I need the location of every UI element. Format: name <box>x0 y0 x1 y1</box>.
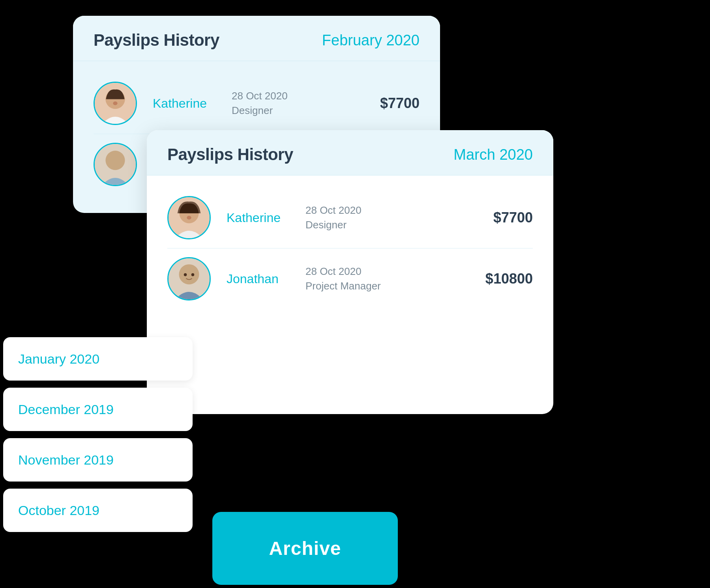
employee-details: 28 Oct 2020 Designer <box>232 90 380 117</box>
table-row: Jonathan 28 Oct 2020 Project Manager $10… <box>167 248 533 309</box>
employee-salary: $7700 <box>380 95 420 112</box>
sidebar-item-october-2019[interactable]: October 2019 <box>3 489 193 532</box>
jonathan-avatar-icon <box>169 257 210 301</box>
table-row: Katherine 28 Oct 2020 Designer $7700 <box>94 73 420 134</box>
card-february-header: Payslips History February 2020 <box>73 16 440 61</box>
card-march-title: Payslips History <box>167 145 293 164</box>
sidebar-item-label: November 2019 <box>18 452 114 468</box>
employee-name: Jonathan <box>227 272 305 286</box>
katherine-avatar-icon <box>95 82 136 125</box>
card-february-month: February 2020 <box>322 32 420 49</box>
archive-button[interactable]: Archive <box>212 512 398 585</box>
table-row: Katherine 28 Oct 2020 Designer $7700 <box>167 187 533 248</box>
avatar <box>94 143 137 186</box>
svg-point-2 <box>113 101 117 105</box>
employee-details: 28 Oct 2020 Designer <box>305 204 493 231</box>
employee-date: 28 Oct 2020 <box>305 204 493 217</box>
svg-point-7 <box>187 216 191 219</box>
employee-role: Designer <box>232 105 380 117</box>
svg-point-4 <box>105 151 125 170</box>
archive-label: Archive <box>269 538 341 559</box>
employee-date: 28 Oct 2020 <box>305 265 485 278</box>
avatar <box>167 257 211 301</box>
employee-salary: $10800 <box>485 271 533 287</box>
sidebar-item-label: December 2019 <box>18 402 114 417</box>
card-march-header: Payslips History March 2020 <box>147 130 553 175</box>
employee-name: Katherine <box>227 211 305 225</box>
svg-point-10 <box>184 273 187 276</box>
employee-role: Designer <box>305 219 493 231</box>
employee-name: Katherine <box>153 96 232 111</box>
employee-salary: $7700 <box>493 209 533 226</box>
employee-role: Project Manager <box>305 280 485 292</box>
employee-details: 28 Oct 2020 Project Manager <box>305 265 485 292</box>
katherine-avatar-icon <box>169 196 210 239</box>
card-march-body: Katherine 28 Oct 2020 Designer $7700 <box>147 175 553 321</box>
sidebar-item-january-2020[interactable]: January 2020 <box>3 337 193 381</box>
employee-date: 28 Oct 2020 <box>232 90 380 102</box>
sidebar-list: January 2020 December 2019 November 2019… <box>3 337 193 532</box>
svg-point-11 <box>191 273 195 276</box>
card-february-title: Payslips History <box>94 31 219 50</box>
sidebar-item-december-2019[interactable]: December 2019 <box>3 388 193 431</box>
sidebar-item-label: January 2020 <box>18 351 99 367</box>
scene: Payslips History February 2020 Katherine <box>0 0 710 588</box>
card-march-month: March 2020 <box>453 146 533 163</box>
avatar <box>167 196 211 239</box>
svg-point-9 <box>179 264 199 284</box>
avatar <box>94 82 137 125</box>
sidebar-item-november-2019[interactable]: November 2019 <box>3 438 193 482</box>
jonathan-avatar-icon <box>95 143 136 186</box>
sidebar-item-label: October 2019 <box>18 503 99 518</box>
card-march: Payslips History March 2020 Katherine <box>147 130 553 414</box>
